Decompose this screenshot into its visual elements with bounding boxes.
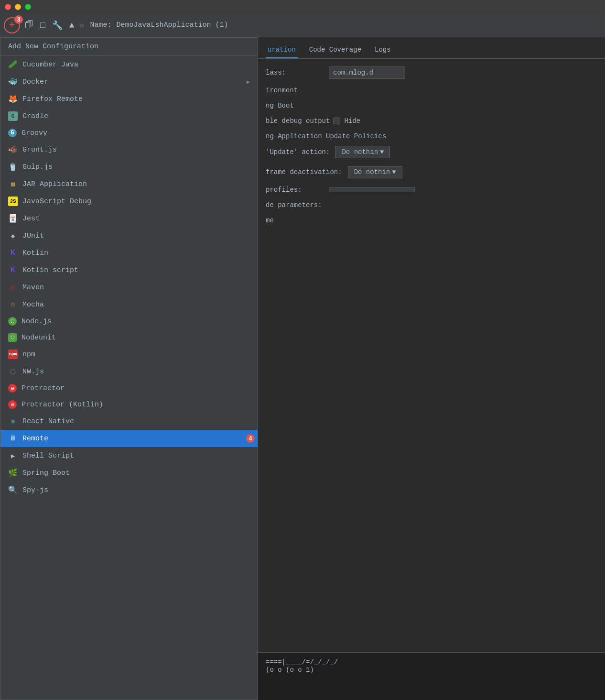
gulp-icon: 🥤	[8, 162, 18, 172]
dropdown-arrow-icon: ▼	[392, 168, 396, 176]
spy-js-icon: 🔍	[8, 485, 18, 495]
tab-logs[interactable]: Logs	[373, 42, 393, 58]
menu-item-label: Jest	[22, 215, 250, 223]
menu-item-jest[interactable]: 🃏 Jest	[0, 210, 258, 227]
spring-boot-label: ng Boot	[266, 102, 323, 109]
menu-item-label: Remote	[22, 435, 250, 443]
profiles-label: profiles:	[266, 186, 323, 194]
menu-item-label: Mocha	[22, 301, 250, 309]
junit-icon: ◆	[8, 231, 18, 241]
add-badge: 3	[14, 15, 23, 24]
class-value[interactable]: com.mlog.d	[329, 66, 405, 79]
title-bar	[0, 0, 605, 13]
nodejs-icon: ⬡	[8, 317, 17, 326]
menu-item-nodejs[interactable]: ⬡ Node.js	[0, 313, 258, 329]
docker-icon: 🐳	[8, 77, 18, 87]
submenu-arrow-icon: ▶	[247, 78, 250, 86]
menu-item-spring-boot[interactable]: 🌿 Spring Boot	[0, 464, 258, 481]
add-new-config-option[interactable]: Add New Configuration	[0, 38, 258, 56]
menu-item-protractor-kotlin[interactable]: ⊖ Protractor (Kotlin)	[0, 396, 258, 413]
update-action-row: 'Update' action: Do nothin ▼	[266, 146, 597, 158]
menu-item-mocha[interactable]: m Mocha	[0, 296, 258, 313]
terminal-area: ====|____/=/_/_/_/ (o o (o o 1)	[258, 652, 605, 700]
menu-item-js-debug[interactable]: JS JavaScript Debug	[0, 193, 258, 210]
tab-configuration[interactable]: uration	[266, 42, 298, 58]
close-button[interactable]	[5, 4, 11, 10]
right-header: uration Code Coverage Logs	[258, 37, 605, 59]
menu-item-label: Protractor	[22, 384, 250, 393]
gradle-icon: G	[8, 111, 18, 121]
menu-item-kotlin[interactable]: K Kotlin	[0, 244, 258, 262]
update-policies-heading: ng Application Update Policies	[266, 132, 597, 140]
grunt-icon: 🐗	[8, 145, 18, 154]
frame-deactivation-row: frame deactivation: Do nothin ▼	[266, 166, 597, 178]
menu-item-cucumber-java[interactable]: 🥒 Cucumber Java	[0, 56, 258, 73]
protractor-kotlin-icon: ⊖	[8, 400, 17, 409]
menu-item-gruntjs[interactable]: 🐗 Grunt.js	[0, 141, 258, 158]
menu-item-react-native[interactable]: ⚛ React Native	[0, 413, 258, 430]
name-label: Name:	[90, 21, 111, 29]
kotlin-script-icon: K	[8, 265, 18, 275]
profiles-row: profiles:	[266, 186, 597, 194]
remote-badge: 4	[246, 434, 255, 443]
frame-deactivation-dropdown[interactable]: Do nothin ▼	[348, 166, 402, 178]
wrench-icon[interactable]: 🔧	[50, 18, 65, 33]
nodeunit-icon: ⬡	[8, 333, 17, 342]
menu-item-label: npm	[22, 350, 250, 359]
profiles-value[interactable]	[329, 187, 415, 192]
right-panel: uration Code Coverage Logs lass: com.mlo…	[258, 37, 605, 700]
menu-item-protractor[interactable]: ⊖ Protractor	[0, 380, 258, 396]
remote-icon: 🖥	[8, 434, 18, 443]
parameters-value-row: me	[266, 217, 597, 224]
menu-item-firefox-remote[interactable]: 🦊 Firefox Remote	[0, 90, 258, 108]
minimize-button[interactable]	[15, 4, 21, 10]
nwjs-icon: ⬡	[8, 367, 18, 376]
menu-item-label: Cucumber Java	[22, 61, 250, 69]
dropdown-arrow-icon: ▼	[380, 148, 384, 156]
maximize-button[interactable]	[25, 4, 31, 10]
menu-item-kotlin-script[interactable]: K Kotlin script	[0, 262, 258, 279]
menu-item-jar[interactable]: ▦ JAR Application	[0, 175, 258, 193]
tab-code-coverage[interactable]: Code Coverage	[307, 42, 363, 58]
menu-item-nodeunit[interactable]: ⬡ Nodeunit	[0, 329, 258, 346]
menu-item-label: NW.js	[22, 368, 250, 376]
menu-item-npm[interactable]: npm npm	[0, 346, 258, 363]
menu-item-gradle[interactable]: G Gradle	[0, 108, 258, 125]
menu-item-remote[interactable]: 🖥 Remote 4	[0, 430, 258, 447]
groovy-icon: G	[8, 129, 17, 137]
npm-icon: npm	[8, 350, 18, 359]
menu-item-docker[interactable]: 🐳 Docker ▶	[0, 73, 258, 90]
menu-item-label: Kotlin	[22, 249, 250, 257]
copy-icon[interactable]: 🗍	[23, 18, 35, 32]
environment-row: ironment	[266, 87, 597, 94]
menu-item-spy-js[interactable]: 🔍 Spy-js	[0, 481, 258, 499]
save-icon[interactable]: □	[38, 19, 47, 32]
maven-icon: m	[8, 283, 18, 292]
jar-icon: ▦	[8, 179, 18, 189]
menu-item-label: Grunt.js	[22, 146, 250, 154]
right-content: lass: com.mlog.d ironment ng Boot ble de…	[258, 59, 605, 652]
add-configuration-button[interactable]: + 3	[4, 17, 20, 33]
menu-item-gulpjs[interactable]: 🥤 Gulp.js	[0, 158, 258, 175]
shell-script-icon: ▶	[8, 451, 18, 460]
menu-item-groovy[interactable]: G Groovy	[0, 125, 258, 141]
menu-item-label: Groovy	[22, 129, 250, 137]
menu-item-maven[interactable]: m Maven	[0, 279, 258, 296]
tab-bar: uration Code Coverage Logs	[266, 42, 597, 58]
separator: »	[79, 21, 85, 30]
chevron-up-icon[interactable]: ▲	[67, 19, 76, 32]
main-layout: Add New Configuration 🥒 Cucumber Java 🐳 …	[0, 37, 605, 700]
dropdown-panel: Add New Configuration 🥒 Cucumber Java 🐳 …	[0, 37, 258, 700]
update-action-label: 'Update' action:	[266, 148, 330, 156]
parameters-row: de parameters:	[266, 201, 597, 209]
menu-item-junit[interactable]: ◆ JUnit	[0, 227, 258, 244]
menu-item-label: JAR Application	[22, 180, 250, 188]
js-debug-icon: JS	[8, 197, 18, 206]
update-action-dropdown[interactable]: Do nothin ▼	[335, 146, 390, 158]
config-name: DemoJavaLshApplication (1)	[116, 21, 228, 29]
debug-output-row: ble debug output Hide	[266, 117, 597, 125]
menu-item-shell-script[interactable]: ▶ Shell Script	[0, 447, 258, 464]
debug-output-checkbox[interactable]	[334, 118, 340, 124]
menu-item-label: JavaScript Debug	[22, 197, 250, 206]
menu-item-nwjs[interactable]: ⬡ NW.js	[0, 363, 258, 380]
